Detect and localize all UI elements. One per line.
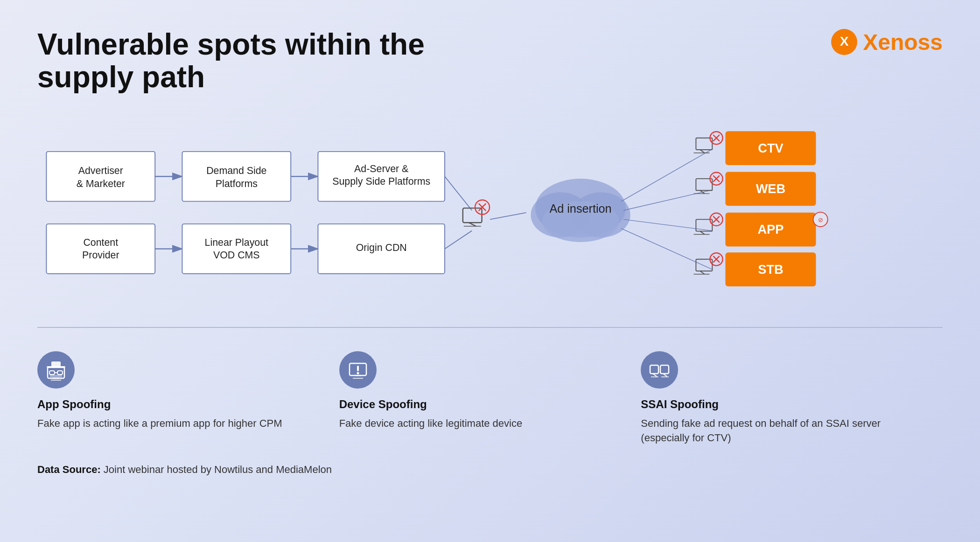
device-spoofing-title: Device Spoofing — [339, 398, 613, 411]
svg-rect-81 — [49, 371, 55, 375]
logo-text: Xenoss — [863, 29, 943, 55]
device-spoofing-card: Device Spoofing Fake device acting like … — [339, 351, 641, 445]
ssai-spoof-icon — [641, 351, 678, 389]
xenoss-logo-icon: X — [830, 28, 858, 56]
svg-text:Content: Content — [83, 236, 118, 248]
section-divider — [37, 327, 943, 328]
diagram-svg: Advertiser & Marketer Demand Side Platfo… — [37, 122, 943, 299]
svg-text:Ad-Server &: Ad-Server & — [354, 163, 408, 174]
svg-line-68 — [700, 271, 705, 274]
svg-text:APP: APP — [757, 222, 784, 236]
svg-point-90 — [357, 372, 359, 374]
app-spoofing-title: App Spoofing — [37, 398, 311, 411]
ssai-spoofing-title: SSAI Spoofing — [641, 398, 915, 411]
svg-rect-17 — [182, 224, 291, 274]
svg-line-42 — [700, 150, 705, 153]
header: Vulnerable spots within the supply path … — [37, 28, 943, 94]
data-source-label: Data Source: — [37, 464, 101, 475]
device-spoofing-desc: Fake device acting like legitimate devic… — [339, 417, 613, 431]
svg-text:Supply Side Platforms: Supply Side Platforms — [332, 175, 430, 187]
svg-rect-80 — [51, 361, 61, 367]
svg-line-23 — [445, 176, 472, 210]
device-spoof-icon — [339, 351, 377, 389]
svg-line-24 — [445, 230, 472, 249]
diagram-area: Advertiser & Marketer Demand Side Platfo… — [37, 122, 943, 299]
app-spoof-icon — [37, 351, 75, 389]
svg-text:Demand Side: Demand Side — [206, 165, 266, 176]
svg-text:Ad insertion: Ad insertion — [549, 202, 611, 215]
ssai-spoofing-desc: Sending fake ad request on behalf of an … — [641, 417, 915, 445]
main-container: Vulnerable spots within the supply path … — [0, 0, 980, 542]
svg-text:X: X — [840, 34, 849, 49]
svg-text:Linear Playout: Linear Playout — [205, 236, 268, 248]
svg-text:Advertiser: Advertiser — [78, 165, 123, 176]
svg-text:STB: STB — [758, 262, 783, 277]
page-title: Vulnerable spots within the supply path — [37, 28, 457, 94]
logo-container: X Xenoss — [830, 28, 943, 56]
svg-text:& Marketer: & Marketer — [77, 178, 125, 189]
svg-rect-13 — [46, 224, 155, 274]
svg-rect-91 — [650, 365, 658, 374]
data-source-text: Joint webinar hosted by Nowtilus and Med… — [104, 464, 332, 475]
data-source: Data Source: Joint webinar hosted by Now… — [37, 464, 943, 476]
ssai-spoofing-card: SSAI Spoofing Sending fake ad request on… — [641, 351, 943, 445]
svg-text:⊘: ⊘ — [818, 217, 823, 223]
svg-rect-89 — [357, 366, 359, 371]
svg-text:WEB: WEB — [756, 181, 785, 196]
svg-line-38 — [623, 190, 712, 210]
bottom-section: App Spoofing Fake app is acting like a p… — [37, 351, 943, 445]
svg-rect-82 — [57, 371, 63, 375]
svg-text:CTV: CTV — [758, 141, 783, 155]
svg-rect-92 — [660, 365, 669, 374]
svg-text:Platforms: Platforms — [216, 178, 258, 189]
app-spoofing-card: App Spoofing Fake app is acting like a p… — [37, 351, 339, 445]
app-spoofing-desc: Fake app is acting like a premium app fo… — [37, 417, 311, 431]
svg-text:VOD CMS: VOD CMS — [213, 250, 260, 261]
svg-text:Origin CDN: Origin CDN — [356, 242, 407, 253]
svg-text:Provider: Provider — [82, 250, 119, 261]
svg-line-58 — [700, 231, 705, 234]
svg-line-31 — [490, 213, 526, 220]
svg-line-39 — [623, 219, 712, 230]
